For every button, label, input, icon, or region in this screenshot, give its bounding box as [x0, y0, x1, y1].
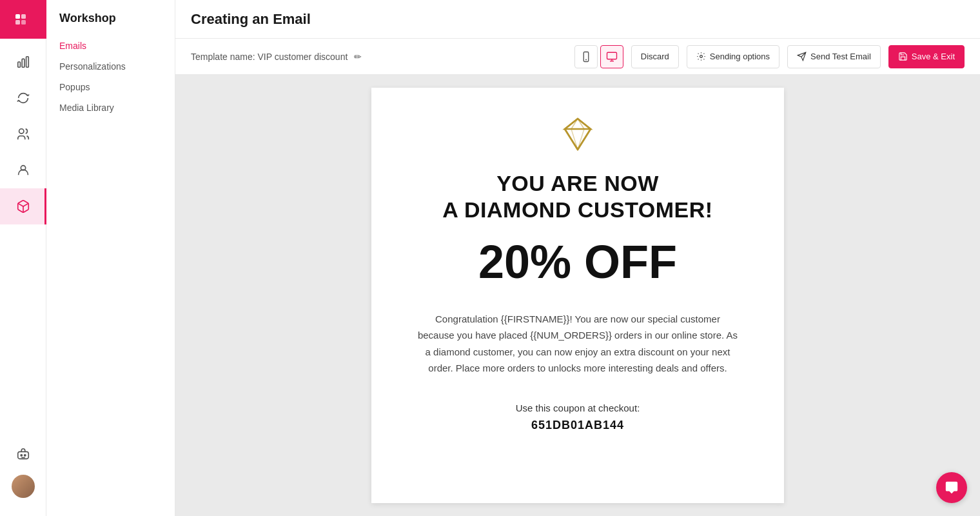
nav-sync[interactable]	[0, 80, 46, 116]
svg-point-19	[700, 55, 702, 58]
svg-rect-16	[607, 52, 616, 59]
svg-marker-23	[565, 119, 591, 129]
top-header: Creating an Email	[175, 0, 980, 39]
save-exit-button[interactable]: Save & Exit	[888, 45, 965, 68]
nav-bot[interactable]	[0, 436, 46, 472]
icon-bar	[0, 0, 46, 516]
chat-bubble-button[interactable]	[936, 472, 967, 503]
svg-line-28	[571, 129, 578, 150]
svg-rect-6	[26, 57, 28, 68]
toolbar: Template name: VIP customer discount ✏ D…	[175, 39, 980, 75]
mobile-view-button[interactable]	[574, 45, 598, 68]
icon-bar-bottom	[0, 436, 46, 516]
nav-team[interactable]	[0, 116, 46, 152]
sidebar-item-personalizations[interactable]: Personalizations	[46, 56, 175, 77]
nav-analytics[interactable]	[0, 44, 46, 80]
send-test-button[interactable]: Send Test Email	[787, 45, 881, 68]
svg-rect-5	[22, 59, 24, 67]
sidebar-item-emails[interactable]: Emails	[46, 35, 175, 56]
svg-line-24	[565, 129, 578, 150]
diamond-icon	[557, 114, 598, 157]
nav-workshop[interactable]	[0, 188, 46, 224]
device-toggle	[574, 45, 623, 68]
svg-rect-2	[15, 20, 20, 25]
app-logo[interactable]	[0, 0, 46, 39]
user-avatar[interactable]	[0, 472, 46, 508]
svg-line-29	[578, 129, 584, 150]
svg-point-11	[21, 455, 22, 456]
svg-point-7	[19, 129, 23, 134]
template-name-label: Template name:	[191, 52, 255, 62]
nav-account[interactable]	[0, 152, 46, 188]
svg-point-12	[24, 455, 25, 456]
svg-rect-4	[17, 62, 20, 67]
coupon-label: Use this coupon at checkout:	[516, 402, 640, 413]
email-body: Congratulation {{FIRSTNAME}}! You are no…	[416, 311, 739, 377]
sidebar-item-popups[interactable]: Popups	[46, 77, 175, 97]
sidebar-title: Workshop	[46, 12, 175, 35]
template-name-value: VIP customer discount	[258, 52, 348, 62]
email-canvas-area[interactable]: YOU ARE NOW A DIAMOND CUSTOMER! 20% OFF …	[175, 75, 980, 516]
sidebar-item-media-library[interactable]: Media Library	[46, 97, 175, 118]
svg-line-25	[578, 129, 591, 150]
discard-button[interactable]: Discard	[631, 45, 679, 68]
sending-options-button[interactable]: Sending options	[687, 45, 779, 68]
svg-rect-3	[21, 20, 26, 25]
sidebar: Workshop Emails Personalizations Popups …	[46, 0, 175, 516]
edit-template-name-icon[interactable]: ✏	[354, 52, 362, 62]
main-content: Creating an Email Template name: VIP cus…	[175, 0, 980, 516]
template-name-display: Template name: VIP customer discount ✏	[191, 52, 567, 62]
page-title: Creating an Email	[191, 11, 311, 28]
email-heading: YOU ARE NOW A DIAMOND CUSTOMER!	[442, 170, 712, 223]
coupon-code: 651DB01AB144	[531, 419, 624, 432]
svg-rect-1	[21, 14, 26, 19]
email-canvas: YOU ARE NOW A DIAMOND CUSTOMER! 20% OFF …	[371, 88, 784, 503]
svg-rect-0	[15, 14, 20, 19]
desktop-view-button[interactable]	[600, 45, 623, 68]
email-discount: 20% OFF	[478, 239, 677, 285]
